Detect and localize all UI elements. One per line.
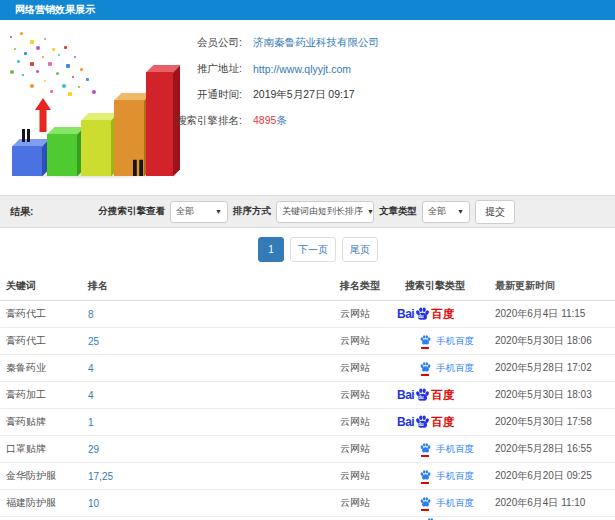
- keyword-cell: 福建防护服: [0, 496, 88, 510]
- keyword-cell: 膏药代工: [0, 334, 88, 348]
- chevron-down-icon: ▼: [367, 208, 374, 215]
- engine-cell: 手机百度: [405, 442, 495, 457]
- mobile-baidu-text: 手机百度: [436, 497, 474, 510]
- updated-cell: 2020年6月4日 11:15: [495, 307, 615, 321]
- engine-cell: 手机百度: [405, 334, 495, 349]
- updated-cell: 2020年5月30日 18:06: [495, 334, 615, 348]
- promo-url-link[interactable]: http://www.qlyyjt.com: [253, 63, 351, 75]
- header-engine: 搜索引擎类型: [405, 279, 495, 293]
- table-row: 膏药贴牌 1 云网站 Bai du 百度 2020年5月30日 17:58: [0, 409, 615, 436]
- mobile-baidu-logo: 手机百度: [419, 334, 474, 349]
- article-type-value: 全部: [428, 205, 446, 218]
- baidu-bai-text: Bai: [397, 388, 414, 402]
- engine-filter-value: 全部: [176, 205, 194, 218]
- mobile-baidu-logo: 手机百度: [419, 442, 474, 457]
- page-title: 网络营销效果展示: [15, 4, 95, 15]
- mobile-baidu-text: 手机百度: [436, 443, 474, 456]
- mobile-baidu-logo: 手机百度: [419, 496, 474, 511]
- sort-value: 关键词由短到长排序: [282, 205, 363, 218]
- rank-type-cell: 云网站: [340, 388, 405, 402]
- open-time-label: 开通时间:: [158, 88, 242, 102]
- rank-link[interactable]: 4: [88, 363, 340, 374]
- article-type-select[interactable]: 全部 ▼: [422, 201, 470, 223]
- article-type-label: 文章类型: [379, 205, 417, 218]
- company-link[interactable]: 济南秦鲁药业科技有限公司: [253, 36, 379, 50]
- growth-chart-illustration: [4, 26, 180, 180]
- table-row: 膏药代工 25 云网站 手机百度 2020年5月30日 18:06: [0, 328, 615, 355]
- table-row: 膏药代工 8 云网站 Bai du 百度 2020年6月4日 11:15: [0, 301, 615, 328]
- keyword-cell: 膏药代工: [0, 307, 88, 321]
- baidu-bai-text: Bai: [397, 307, 414, 321]
- updated-cell: 2020年6月20日 09:25: [495, 469, 615, 483]
- header-keyword: 关键词: [0, 279, 88, 293]
- engine-cell: Bai du 百度: [405, 387, 495, 404]
- table-header-row: 关键词 排名 排名类型 搜索引擎类型 最新更新时间: [0, 272, 615, 301]
- chevron-down-icon: ▼: [215, 208, 222, 215]
- rank-link[interactable]: 8: [88, 309, 340, 320]
- rank-link[interactable]: 1: [88, 417, 340, 428]
- rank-type-cell: 云网站: [340, 334, 405, 348]
- company-label: 会员公司:: [158, 36, 242, 50]
- rank-type-cell: 云网站: [340, 415, 405, 429]
- engine-filter-label: 分搜索引擎查看: [99, 205, 166, 218]
- engine-cell: 手机百度: [405, 496, 495, 511]
- next-page-button[interactable]: 下一页: [290, 237, 336, 262]
- businessman-figure-left: [18, 129, 34, 142]
- engine-rank-label: 搜索引擎排名:: [158, 114, 242, 128]
- baidu-cn-text: 百度: [431, 307, 454, 322]
- info-row-company: 会员公司: 济南秦鲁药业科技有限公司: [158, 30, 488, 56]
- engine-cell: 手机百度: [405, 361, 495, 376]
- keyword-cell: 膏药加工: [0, 388, 88, 402]
- baidu-paw-icon: du: [414, 414, 431, 431]
- baidu-paw-icon: du: [414, 387, 431, 404]
- rank-count-unit: 条: [276, 114, 287, 126]
- engine-filter-select[interactable]: 全部 ▼: [170, 201, 228, 223]
- rank-type-cell: 云网站: [340, 496, 405, 510]
- table-row: 福建防护服 10 云网站 手机百度 2020年6月4日 11:10: [0, 490, 615, 517]
- businessman-figure-right: [128, 160, 148, 176]
- svg-text:du: du: [418, 422, 424, 427]
- window-title-bar: 网络营销效果展示: [0, 0, 615, 20]
- promo-url-label: 推广地址:: [158, 62, 242, 76]
- sort-select[interactable]: 关键词由短到长排序 ▼: [276, 201, 374, 223]
- baidu-bai-text: Bai: [397, 415, 414, 429]
- rank-link[interactable]: 4: [88, 390, 340, 401]
- engine-rank-value: 4895条: [253, 114, 287, 128]
- partial-next-row-engine-icon: [424, 516, 437, 520]
- rank-link[interactable]: 29: [88, 444, 340, 455]
- keyword-cell: 口罩贴牌: [0, 442, 88, 456]
- rank-link[interactable]: 17,25: [88, 471, 340, 482]
- header-updated: 最新更新时间: [495, 279, 615, 293]
- updated-cell: 2020年5月30日 17:58: [495, 415, 615, 429]
- updated-cell: 2020年5月30日 18:03: [495, 388, 615, 402]
- filter-bar: 结果: 分搜索引擎查看 全部 ▼ 排序方式 关键词由短到长排序 ▼ 文章类型 全…: [0, 195, 615, 228]
- baidu-logo: Bai du 百度: [397, 387, 454, 404]
- member-info-panel: 会员公司: 济南秦鲁药业科技有限公司 推广地址: http://www.qlyy…: [158, 30, 488, 134]
- rank-type-cell: 云网站: [340, 442, 405, 456]
- result-label: 结果:: [10, 196, 33, 227]
- page-1-button[interactable]: 1: [258, 237, 284, 262]
- table-row: 金华防护服 17,25 云网站 手机百度 2020年6月20日 09:25: [0, 463, 615, 490]
- last-page-button[interactable]: 尾页: [342, 237, 378, 262]
- rank-type-cell: 云网站: [340, 307, 405, 321]
- rank-type-cell: 云网站: [340, 361, 405, 375]
- header-rank: 排名: [88, 279, 340, 293]
- info-row-rank-count: 搜索引擎排名: 4895条: [158, 108, 488, 134]
- updated-cell: 2020年6月4日 11:10: [495, 496, 615, 510]
- chevron-down-icon: ▼: [457, 208, 464, 215]
- rank-link[interactable]: 25: [88, 336, 340, 347]
- mobile-baidu-paw-icon: [419, 361, 432, 376]
- pagination: 1 下一页 尾页: [258, 237, 378, 262]
- header-rank-type: 排名类型: [340, 279, 405, 293]
- info-row-url: 推广地址: http://www.qlyyjt.com: [158, 56, 488, 82]
- keyword-cell: 秦鲁药业: [0, 361, 88, 375]
- submit-button[interactable]: 提交: [475, 200, 515, 224]
- svg-text:du: du: [418, 395, 424, 400]
- rank-link[interactable]: 10: [88, 498, 340, 509]
- table-row: 膏药加工 4 云网站 Bai du 百度 2020年5月30日 18:03: [0, 382, 615, 409]
- engine-cell: Bai du 百度: [405, 414, 495, 431]
- rank-type-cell: 云网站: [340, 469, 405, 483]
- baidu-cn-text: 百度: [431, 415, 454, 430]
- keyword-cell: 金华防护服: [0, 469, 88, 483]
- mobile-baidu-text: 手机百度: [436, 362, 474, 375]
